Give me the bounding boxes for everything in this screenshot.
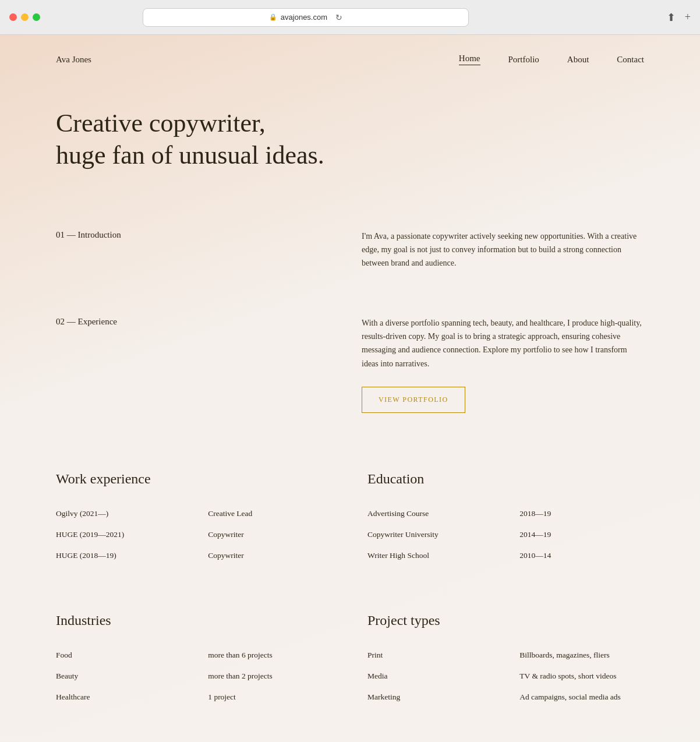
nav-portfolio[interactable]: Portfolio — [508, 55, 539, 65]
nav-contact[interactable]: Contact — [617, 55, 644, 65]
share-icon[interactable]: ⬆ — [667, 11, 676, 24]
industry-name-1: Beauty — [56, 666, 208, 687]
table-row: Beauty more than 2 projects — [56, 666, 333, 687]
minimize-button[interactable] — [21, 13, 29, 21]
site-nav: Home Portfolio About Contact — [459, 54, 644, 65]
table-row: Copywriter University 2014—19 — [367, 524, 644, 545]
work-exp-role-2: Copywriter — [208, 545, 333, 566]
table-row: Marketing Ad campaigns, social media ads — [367, 687, 644, 708]
industry-detail-0: more than 6 projects — [208, 645, 333, 666]
industry-name-2: Healthcare — [56, 687, 208, 708]
work-exp-role-0: Creative Lead — [208, 503, 333, 524]
edu-school-0: Advertising Course — [367, 503, 519, 524]
education-title: Education — [367, 471, 644, 487]
edu-school-2: Writer High School — [367, 545, 519, 566]
work-education-section: Work experience Ogilvy (2021—) Creative … — [0, 436, 700, 589]
hero-title: Creative copywriter, huge fan of unusual… — [56, 107, 405, 171]
edu-years-1: 2014—19 — [519, 524, 644, 545]
industries-title: Industries — [56, 613, 333, 628]
address-bar[interactable]: 🔒 avajones.com ↻ — [143, 8, 469, 27]
table-row: Healthcare 1 project — [56, 687, 333, 708]
industry-detail-2: 1 project — [208, 687, 333, 708]
table-row: Advertising Course 2018—19 — [367, 503, 644, 524]
edu-school-1: Copywriter University — [367, 524, 519, 545]
view-portfolio-button[interactable]: VIEW PORTFOLIO — [362, 387, 465, 413]
introduction-section: 01 — Introduction I'm Ava, a passionate … — [0, 206, 700, 293]
intro-label-text: 01 — Introduction — [56, 230, 121, 239]
work-exp-role-1: Copywriter — [208, 524, 333, 545]
project-name-0: Print — [367, 645, 519, 666]
traffic-lights — [9, 13, 40, 21]
industries-col: Industries Food more than 6 projects Bea… — [56, 613, 333, 708]
edu-years-2: 2010—14 — [519, 545, 644, 566]
experience-section: 02 — Experience With a diverse portfolio… — [0, 293, 700, 436]
nav-home[interactable]: Home — [459, 54, 480, 65]
work-experience-col: Work experience Ogilvy (2021—) Creative … — [56, 471, 333, 566]
hero-title-line2: huge fan of unusual ideas. — [56, 141, 324, 169]
site-logo[interactable]: Ava Jones — [56, 55, 91, 65]
table-row: Food more than 6 projects — [56, 645, 333, 666]
close-button[interactable] — [9, 13, 17, 21]
introduction-label: 01 — Introduction — [56, 229, 338, 240]
url-text: avajones.com — [281, 13, 327, 22]
experience-label: 02 — Experience — [56, 316, 338, 327]
introduction-content: I'm Ava, a passionate copywriter activel… — [362, 229, 644, 270]
table-row: Media TV & radio spots, short videos — [367, 666, 644, 687]
browser-actions: ⬆ + — [667, 11, 691, 24]
browser-chrome: 🔒 avajones.com ↻ ⬆ + — [0, 0, 700, 35]
education-col: Education Advertising Course 2018—19 Cop… — [367, 471, 644, 566]
new-tab-icon[interactable]: + — [685, 11, 691, 24]
table-row: HUGE (2018—19) Copywriter — [56, 545, 333, 566]
fullscreen-button[interactable] — [33, 13, 40, 21]
project-types-title: Project types — [367, 613, 644, 628]
table-row: Print Billboards, magazines, fliers — [367, 645, 644, 666]
table-row: Ogilvy (2021—) Creative Lead — [56, 503, 333, 524]
experience-content: With a diverse portfolio spanning tech, … — [362, 316, 644, 412]
exp-text: With a diverse portfolio spanning tech, … — [362, 316, 644, 370]
hero-title-line1: Creative copywriter, — [56, 109, 266, 137]
project-types-table: Print Billboards, magazines, fliers Medi… — [367, 645, 644, 708]
work-exp-title: Work experience — [56, 471, 333, 487]
industry-detail-1: more than 2 projects — [208, 666, 333, 687]
industries-table: Food more than 6 projects Beauty more th… — [56, 645, 333, 708]
hero-section: Creative copywriter, huge fan of unusual… — [0, 84, 700, 206]
website-content: Ava Jones Home Portfolio About Contact C… — [0, 35, 700, 742]
lock-icon: 🔒 — [269, 13, 277, 21]
work-exp-company-1: HUGE (2019—2021) — [56, 524, 208, 545]
work-exp-company-2: HUGE (2018—19) — [56, 545, 208, 566]
education-table: Advertising Course 2018—19 Copywriter Un… — [367, 503, 644, 566]
project-detail-2: Ad campaigns, social media ads — [519, 687, 644, 708]
intro-text: I'm Ava, a passionate copywriter activel… — [362, 229, 644, 270]
reload-button[interactable]: ↻ — [335, 13, 342, 22]
work-exp-company-0: Ogilvy (2021—) — [56, 503, 208, 524]
work-exp-table: Ogilvy (2021—) Creative Lead HUGE (2019—… — [56, 503, 333, 566]
project-detail-1: TV & radio spots, short videos — [519, 666, 644, 687]
site-header: Ava Jones Home Portfolio About Contact — [0, 35, 700, 84]
project-name-1: Media — [367, 666, 519, 687]
industries-projects-section: Industries Food more than 6 projects Bea… — [0, 589, 700, 742]
project-name-2: Marketing — [367, 687, 519, 708]
nav-about[interactable]: About — [567, 55, 589, 65]
table-row: Writer High School 2010—14 — [367, 545, 644, 566]
project-detail-0: Billboards, magazines, fliers — [519, 645, 644, 666]
table-row: HUGE (2019—2021) Copywriter — [56, 524, 333, 545]
project-types-col: Project types Print Billboards, magazine… — [367, 613, 644, 708]
industry-name-0: Food — [56, 645, 208, 666]
exp-label-text: 02 — Experience — [56, 317, 117, 326]
edu-years-0: 2018—19 — [519, 503, 644, 524]
